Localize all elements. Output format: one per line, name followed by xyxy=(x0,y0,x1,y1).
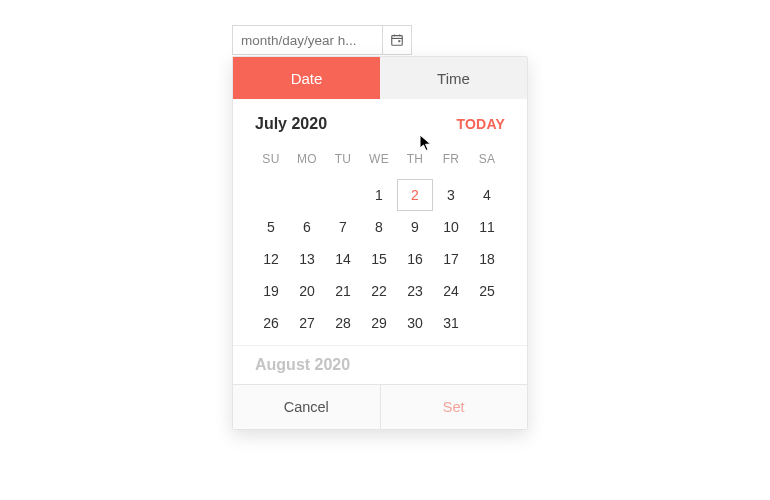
day-cell[interactable]: 5 xyxy=(253,211,289,243)
day-cell[interactable]: 2 xyxy=(397,179,433,211)
week-row: 12131415161718 xyxy=(253,243,507,275)
day-cell[interactable]: 1 xyxy=(361,179,397,211)
date-input[interactable] xyxy=(233,26,382,54)
weekday-label: TH xyxy=(397,143,433,175)
day-cell[interactable]: 29 xyxy=(361,307,397,339)
weekday-label: SU xyxy=(253,143,289,175)
today-button[interactable]: TODAY xyxy=(457,116,505,132)
weekday-label: FR xyxy=(433,143,469,175)
day-cell[interactable]: 31 xyxy=(433,307,469,339)
day-cell[interactable]: 16 xyxy=(397,243,433,275)
day-cell[interactable]: 12 xyxy=(253,243,289,275)
day-cell-blank xyxy=(469,307,505,339)
datepicker-popup: Date Time July 2020TODAYSUMOTUWETHFRSA12… xyxy=(232,56,528,430)
week-row: 1234 xyxy=(253,179,507,211)
day-cell[interactable]: 13 xyxy=(289,243,325,275)
open-picker-button[interactable] xyxy=(382,26,411,54)
day-cell[interactable]: 18 xyxy=(469,243,505,275)
day-cell[interactable]: 20 xyxy=(289,275,325,307)
day-cell[interactable]: 9 xyxy=(397,211,433,243)
day-cell[interactable]: 26 xyxy=(253,307,289,339)
day-cell[interactable]: 11 xyxy=(469,211,505,243)
weekday-label: MO xyxy=(289,143,325,175)
months-container: July 2020TODAYSUMOTUWETHFRSA123456789101… xyxy=(233,99,527,384)
day-cell-blank xyxy=(325,179,361,211)
day-cell[interactable]: 8 xyxy=(361,211,397,243)
weekday-label: TU xyxy=(325,143,361,175)
weekday-label: SA xyxy=(469,143,505,175)
day-cell[interactable]: 28 xyxy=(325,307,361,339)
month-title[interactable]: July 2020 xyxy=(255,115,327,133)
day-cell[interactable]: 24 xyxy=(433,275,469,307)
day-cell[interactable]: 10 xyxy=(433,211,469,243)
day-cell[interactable]: 14 xyxy=(325,243,361,275)
month-block: July 2020TODAYSUMOTUWETHFRSA123456789101… xyxy=(233,99,527,345)
cancel-button[interactable]: Cancel xyxy=(233,385,380,429)
day-cell[interactable]: 6 xyxy=(289,211,325,243)
day-cell-blank xyxy=(253,179,289,211)
week-row: 567891011 xyxy=(253,211,507,243)
day-cell[interactable]: 21 xyxy=(325,275,361,307)
picker-footer: Cancel Set xyxy=(233,384,527,429)
tabs: Date Time xyxy=(233,57,527,99)
day-cell[interactable]: 7 xyxy=(325,211,361,243)
day-cell[interactable]: 17 xyxy=(433,243,469,275)
calendar-icon xyxy=(390,33,404,47)
day-cell[interactable]: 25 xyxy=(469,275,505,307)
weekday-label: WE xyxy=(361,143,397,175)
day-cell[interactable]: 30 xyxy=(397,307,433,339)
svg-rect-4 xyxy=(398,40,400,42)
tab-date[interactable]: Date xyxy=(233,57,380,99)
day-cell[interactable]: 27 xyxy=(289,307,325,339)
day-cell[interactable]: 23 xyxy=(397,275,433,307)
day-cell[interactable]: 3 xyxy=(433,179,469,211)
tab-time[interactable]: Time xyxy=(380,57,527,99)
date-input-wrapper xyxy=(232,25,412,55)
week-row: 19202122232425 xyxy=(253,275,507,307)
day-cell-blank xyxy=(289,179,325,211)
day-cell[interactable]: 15 xyxy=(361,243,397,275)
svg-rect-0 xyxy=(392,36,403,46)
month-title[interactable]: August 2020 xyxy=(233,345,527,384)
day-cell[interactable]: 22 xyxy=(361,275,397,307)
day-cell[interactable]: 4 xyxy=(469,179,505,211)
week-row: 262728293031 xyxy=(253,307,507,339)
set-button[interactable]: Set xyxy=(380,385,528,429)
day-cell[interactable]: 19 xyxy=(253,275,289,307)
weekday-row: SUMOTUWETHFRSA xyxy=(253,143,507,175)
month-header: July 2020TODAY xyxy=(253,99,507,143)
